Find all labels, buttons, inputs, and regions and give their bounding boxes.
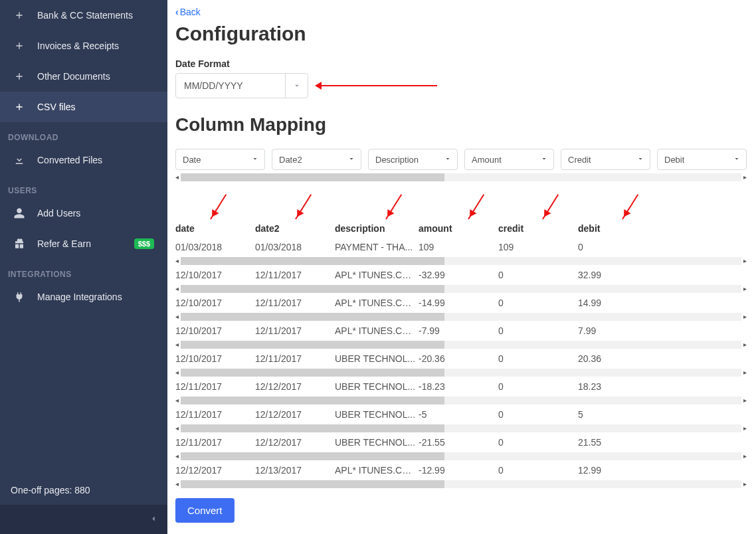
sidebar-item-label: Invoices & Receipts bbox=[37, 41, 119, 51]
sidebar-item-label: Other Documents bbox=[37, 71, 110, 82]
triangle-left-icon: ◂ bbox=[175, 286, 181, 292]
col-header-debit: debit bbox=[578, 219, 747, 238]
cell-credit: 0 bbox=[498, 266, 578, 284]
convert-button[interactable]: Convert bbox=[175, 498, 235, 523]
mapping-select-amount[interactable]: Amount bbox=[464, 149, 554, 170]
mapping-select-description[interactable]: Description bbox=[368, 149, 458, 170]
cell-date2: 12/11/2017 bbox=[255, 266, 335, 284]
download-icon bbox=[13, 154, 25, 166]
mapping-table: date date2 description amount credit deb… bbox=[175, 219, 747, 489]
hscroll-strip[interactable]: ◂▸ bbox=[175, 424, 747, 433]
sidebar-item-label: Bank & CC Statements bbox=[37, 10, 133, 21]
triangle-right-icon: ▸ bbox=[741, 341, 747, 348]
cell-date2: 12/11/2017 bbox=[255, 294, 335, 312]
table-row: 12/11/201712/12/2017UBER TECHNOL...-18.2… bbox=[175, 377, 747, 396]
one-off-pages-counter: One-off pages: 880 bbox=[0, 476, 167, 505]
cell-date2: 12/12/2017 bbox=[255, 377, 335, 396]
triangle-right-icon: ▸ bbox=[741, 481, 747, 488]
cell-date: 12/10/2017 bbox=[175, 266, 255, 284]
table-row: 12/12/201712/13/2017APL* ITUNES.CO...-12… bbox=[175, 461, 747, 480]
cell-credit: 0 bbox=[498, 461, 578, 480]
chevron-down-icon bbox=[444, 155, 452, 165]
cell-date: 12/10/2017 bbox=[175, 294, 255, 312]
sidebar-item-other[interactable]: Other Documents bbox=[0, 61, 167, 92]
cell-description: APL* ITUNES.CO... bbox=[335, 321, 419, 340]
sidebar-item-csv[interactable]: CSV files bbox=[0, 92, 167, 122]
triangle-left-icon: ◂ bbox=[175, 174, 181, 181]
hscroll-strip[interactable]: ◂ ▸ bbox=[175, 173, 747, 182]
cell-description: UBER TECHNOL... bbox=[335, 433, 419, 452]
plus-icon bbox=[13, 70, 25, 82]
triangle-right-icon: ▸ bbox=[741, 425, 747, 432]
cell-amount: 109 bbox=[419, 238, 498, 256]
chevron-down-icon bbox=[540, 155, 548, 165]
table-row: 12/10/201712/11/2017APL* ITUNES.CO...-7.… bbox=[175, 321, 747, 340]
cell-debit: 14.99 bbox=[578, 294, 747, 312]
table-row: 12/11/201712/12/2017UBER TECHNOL...-505 bbox=[175, 405, 747, 424]
sidebar-collapse-toggle[interactable] bbox=[0, 505, 167, 534]
column-mapping-title: Column Mapping bbox=[175, 114, 756, 135]
sidebar-item-refer-earn[interactable]: Refer & Earn $$$ bbox=[0, 228, 167, 259]
sidebar-item-bank[interactable]: Bank & CC Statements bbox=[0, 0, 167, 31]
sidebar-section-download: DOWNLOAD bbox=[0, 122, 167, 145]
cell-amount: -7.99 bbox=[419, 321, 498, 340]
plus-icon bbox=[13, 101, 25, 113]
cell-amount: -18.23 bbox=[419, 377, 498, 396]
mapping-select-value: Debit bbox=[664, 155, 684, 165]
cell-credit: 0 bbox=[498, 321, 578, 340]
chevron-down-icon bbox=[347, 155, 355, 165]
cell-date2: 01/03/2018 bbox=[255, 238, 335, 256]
hscroll-strip[interactable]: ◂▸ bbox=[175, 312, 747, 321]
cell-credit: 0 bbox=[498, 405, 578, 424]
cell-date: 12/12/2017 bbox=[175, 461, 255, 480]
back-link[interactable]: ‹ Back bbox=[175, 7, 201, 17]
sidebar-item-label: Refer & Earn bbox=[37, 238, 91, 249]
table-row: 12/10/201712/11/2017APL* ITUNES.CO...-14… bbox=[175, 294, 747, 312]
hscroll-strip[interactable]: ◂▸ bbox=[175, 256, 747, 266]
sidebar-item-label: Add Users bbox=[37, 208, 80, 219]
hscroll-strip[interactable]: ◂▸ bbox=[175, 396, 747, 405]
date-format-select[interactable]: MM/DD/YYYY bbox=[175, 73, 308, 98]
annotation-arrows-row bbox=[175, 186, 747, 219]
mapping-select-debit[interactable]: Debit bbox=[657, 149, 747, 170]
sidebar-section-integrations: INTEGRATIONS bbox=[0, 259, 167, 282]
sidebar-item-label: CSV files bbox=[37, 102, 76, 112]
cell-description: APL* ITUNES.CO... bbox=[335, 266, 419, 284]
mapping-select-date[interactable]: Date bbox=[175, 149, 265, 170]
hscroll-strip[interactable]: ◂▸ bbox=[175, 340, 747, 349]
date-format-value: MM/DD/YYYY bbox=[176, 80, 285, 91]
plus-icon bbox=[13, 40, 25, 52]
mapping-select-date2[interactable]: Date2 bbox=[272, 149, 361, 170]
cell-amount: -12.99 bbox=[419, 461, 498, 480]
cell-debit: 0 bbox=[578, 238, 747, 256]
sidebar-item-manage-integrations[interactable]: Manage Integrations bbox=[0, 282, 167, 312]
hscroll-strip[interactable]: ◂▸ bbox=[175, 452, 747, 461]
chevron-left-icon: ‹ bbox=[175, 7, 179, 17]
triangle-left-icon: ◂ bbox=[175, 341, 181, 348]
cell-debit: 32.99 bbox=[578, 266, 747, 284]
refer-badge: $$$ bbox=[134, 238, 154, 249]
sidebar-item-converted-files[interactable]: Converted Files bbox=[0, 145, 167, 175]
annotation-arrow bbox=[318, 85, 437, 86]
triangle-right-icon: ▸ bbox=[741, 369, 747, 376]
cell-date: 12/11/2017 bbox=[175, 433, 255, 452]
cell-debit: 18.23 bbox=[578, 377, 747, 396]
cell-date: 12/11/2017 bbox=[175, 377, 255, 396]
user-icon bbox=[13, 207, 25, 219]
sidebar-item-label: Converted Files bbox=[37, 155, 102, 165]
cell-description: APL* ITUNES.CO... bbox=[335, 461, 419, 480]
chevron-down-icon bbox=[733, 155, 741, 165]
mapping-select-credit[interactable]: Credit bbox=[561, 149, 650, 170]
hscroll-strip[interactable]: ◂▸ bbox=[175, 480, 747, 489]
hscroll-strip[interactable]: ◂▸ bbox=[175, 368, 747, 377]
cell-debit: 21.55 bbox=[578, 433, 747, 452]
col-header-amount: amount bbox=[419, 219, 498, 238]
mapping-select-value: Date bbox=[183, 155, 201, 165]
cell-amount: -32.99 bbox=[419, 266, 498, 284]
sidebar-item-invoices[interactable]: Invoices & Receipts bbox=[0, 31, 167, 61]
cell-date2: 12/13/2017 bbox=[255, 461, 335, 480]
triangle-left-icon: ◂ bbox=[175, 258, 181, 264]
table-header-row: date date2 description amount credit deb… bbox=[175, 219, 747, 238]
sidebar-item-add-users[interactable]: Add Users bbox=[0, 198, 167, 228]
hscroll-strip[interactable]: ◂▸ bbox=[175, 284, 747, 294]
